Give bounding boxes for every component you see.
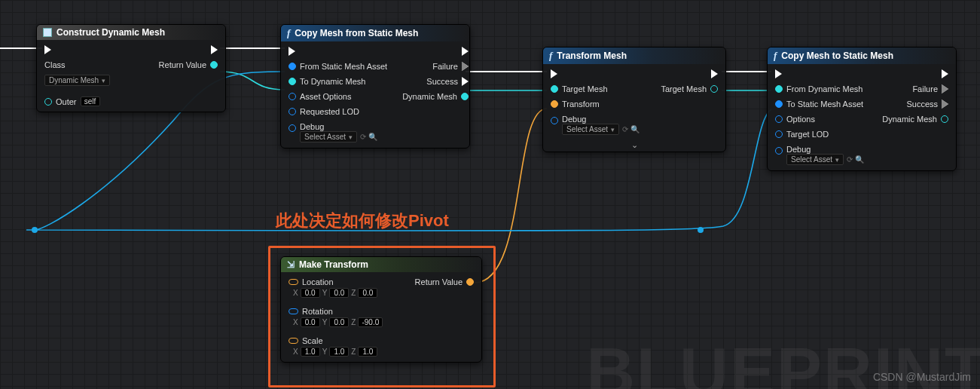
data-pin-icon [775, 130, 783, 138]
exec-out-pin[interactable] [934, 69, 956, 79]
data-pin-icon [551, 85, 558, 93]
rotation-pin[interactable]: Rotation X0.0 Y0.0 Z-90.0 [281, 306, 390, 328]
rot-y-input[interactable]: 0.0 [329, 317, 349, 327]
debug-dropdown[interactable]: Select Asset [562, 124, 619, 135]
node-header: f Copy Mesh from Static Mesh [281, 25, 469, 41]
node-copy-to-static-mesh[interactable]: f Copy Mesh to Static Mesh From Dynamic … [767, 47, 957, 171]
data-pin-icon [775, 115, 783, 123]
node-header: ⇲ Make Transform [281, 257, 481, 272]
data-pin-icon [551, 100, 558, 108]
data-pin-icon [461, 93, 469, 100]
data-pin-icon [289, 108, 296, 115]
function-icon: f [287, 27, 290, 39]
construct-icon [43, 28, 52, 37]
exec-out-pin[interactable] [203, 44, 225, 55]
rot-z-input[interactable]: -90.0 [358, 317, 383, 327]
debug-dropdown[interactable]: Select Asset [786, 154, 844, 165]
node-title: Copy Mesh to Static Mesh [781, 51, 893, 61]
node-title: Transform Mesh [557, 51, 627, 61]
rotator-pin-icon [289, 308, 298, 314]
debug-pin[interactable]: Debug Select Asset ⟳ 🔍 [281, 121, 385, 143]
class-dropdown[interactable]: Dynamic Mesh [37, 75, 118, 87]
node-header: Construct Dynamic Mesh [37, 25, 225, 40]
rot-x-input[interactable]: 0.0 [301, 317, 320, 327]
loc-y-input[interactable]: 0.0 [329, 288, 349, 298]
asset-extra-icons[interactable]: ⟳ 🔍 [847, 155, 864, 164]
exec-out-pin[interactable] [454, 46, 470, 57]
data-pin-icon [466, 278, 474, 286]
debug-pin[interactable]: Debug Select Asset ⟳ 🔍 [543, 114, 647, 136]
exec-in-pin[interactable] [543, 69, 565, 79]
node-construct-dynamic-mesh[interactable]: Construct Dynamic Mesh Class Dynamic Mes… [36, 24, 226, 112]
return-pin[interactable]: Return Value [151, 60, 225, 70]
vector-pin-icon [289, 338, 298, 344]
location-pin[interactable]: Location X0.0 Y0.0 Z0.0 [281, 277, 385, 299]
asset-extra-icons[interactable]: ⟳ 🔍 [360, 133, 377, 141]
targetmesh-out-pin[interactable]: Target Mesh [653, 84, 725, 94]
scl-y-input[interactable]: 1.0 [329, 347, 349, 357]
node-make-transform[interactable]: ⇲ Make Transform Location X0.0 Y0.0 Z0.0… [280, 256, 482, 363]
vector-pin-icon [289, 279, 298, 285]
asset-options-pin[interactable]: Asset Options [281, 91, 359, 102]
scl-z-input[interactable]: 1.0 [358, 347, 377, 357]
return-pin[interactable]: Return Value [408, 277, 481, 287]
options-pin[interactable]: Options [768, 114, 823, 124]
data-pin-icon [710, 85, 718, 93]
to-dyn-pin[interactable]: To Dynamic Mesh [281, 76, 373, 87]
node-header: f Transform Mesh [543, 47, 725, 64]
node-title: Construct Dynamic Mesh [56, 27, 165, 38]
from-static-pin[interactable]: From Static Mesh Asset [281, 61, 395, 72]
node-header: f Copy Mesh to Static Mesh [768, 47, 956, 64]
failure-pin[interactable]: Failure [425, 61, 470, 72]
watermark-csdn: CSDN @MustardJim [873, 371, 971, 383]
scl-x-input[interactable]: 1.0 [301, 347, 320, 357]
targetmesh-in-pin[interactable]: Target Mesh [543, 84, 615, 94]
function-icon: f [774, 50, 777, 62]
dynmesh-out-pin[interactable]: Dynamic Mesh [875, 114, 956, 124]
exec-in-pin[interactable] [37, 44, 59, 55]
data-pin-icon [289, 93, 296, 100]
expand-icon[interactable]: ⌄ [543, 140, 725, 152]
data-pin-icon [941, 115, 948, 123]
dynmesh-out-pin[interactable]: Dynamic Mesh [395, 91, 470, 102]
debug-dropdown[interactable]: Select Asset [300, 131, 357, 142]
data-pin-icon [775, 100, 783, 108]
to-static-pin[interactable]: To Static Mesh Asset [768, 99, 871, 109]
data-pin-icon [289, 78, 296, 85]
function-icon: f [549, 50, 552, 62]
failure-pin[interactable]: Failure [905, 84, 956, 94]
node-copy-from-static-mesh[interactable]: f Copy Mesh from Static Mesh From Static… [280, 24, 470, 149]
node-title: Copy Mesh from Static Mesh [295, 28, 418, 38]
exec-in-pin[interactable] [768, 69, 789, 79]
requested-lod-pin[interactable]: Requested LOD [281, 106, 367, 117]
data-pin-icon [289, 63, 296, 70]
data-pin-icon [289, 124, 296, 132]
from-dyn-pin[interactable]: From Dynamic Mesh [768, 84, 870, 94]
data-pin-icon [775, 147, 783, 155]
scale-pin[interactable]: Scale X1.0 Y1.0 Z1.0 [281, 335, 385, 357]
node-title: Make Transform [299, 259, 368, 270]
data-pin-icon [775, 85, 783, 93]
data-pin-icon [551, 117, 558, 124]
exec-in-pin[interactable] [281, 46, 303, 57]
loc-x-input[interactable]: 0.0 [301, 288, 320, 298]
success-pin[interactable]: Success [419, 76, 470, 87]
node-transform-mesh[interactable]: f Transform Mesh Target Mesh Transform D… [542, 47, 726, 152]
exec-out-pin[interactable] [704, 69, 725, 79]
debug-pin[interactable]: Debug Select Asset ⟳ 🔍 [768, 144, 872, 166]
annotation-text: 此处决定如何修改Pivot [276, 210, 449, 232]
class-pin[interactable]: Class [37, 60, 73, 70]
object-pin-icon [44, 98, 52, 106]
target-lod-pin[interactable]: Target LOD [768, 129, 836, 139]
asset-extra-icons[interactable]: ⟳ 🔍 [622, 125, 640, 133]
success-pin[interactable]: Success [899, 99, 956, 109]
outer-pin[interactable]: Outer self [37, 96, 108, 107]
data-pin-icon [210, 61, 218, 69]
make-icon: ⇲ [287, 259, 295, 270]
loc-z-input[interactable]: 0.0 [358, 288, 377, 298]
transform-in-pin[interactable]: Transform [543, 99, 607, 109]
